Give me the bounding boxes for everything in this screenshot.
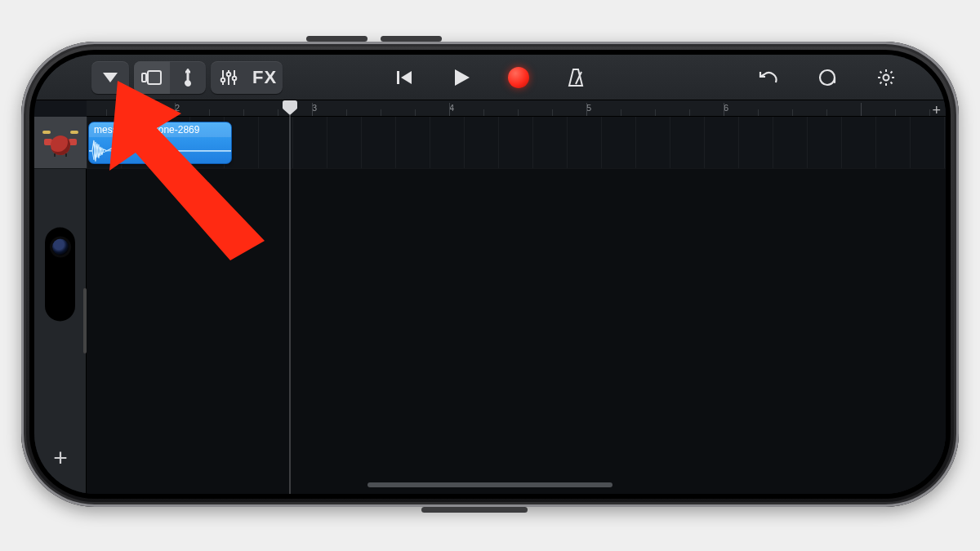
ruler-tick <box>415 109 416 116</box>
ruler-tick <box>483 109 484 116</box>
fx-button[interactable]: FX <box>247 61 283 94</box>
svg-marker-0 <box>103 73 118 82</box>
play-button[interactable] <box>445 61 478 94</box>
go-to-beginning-button[interactable] <box>388 61 421 94</box>
ruler-tick <box>312 103 313 116</box>
controls-segment: FX <box>211 61 283 94</box>
ruler-tick <box>106 109 107 116</box>
add-section-button[interactable]: + <box>932 102 941 119</box>
transport-controls <box>388 55 592 100</box>
track-row: message_ringtone-2869 <box>34 117 946 169</box>
phone-frame: FX <box>21 42 959 507</box>
ruler-tick <box>758 109 759 116</box>
undo-button[interactable] <box>750 61 787 94</box>
drums-instrument-icon <box>42 131 78 155</box>
view-mode-segment <box>134 61 206 94</box>
record-button[interactable] <box>502 61 535 94</box>
tracks-view-button[interactable] <box>134 61 170 94</box>
volume-up-hw-button <box>306 36 368 42</box>
top-toolbar: FX <box>34 55 946 100</box>
right-toolbar-group <box>750 61 916 94</box>
svg-rect-2 <box>148 71 161 84</box>
sidebar-scroll-indicator <box>83 288 87 353</box>
dynamic-island <box>45 228 75 322</box>
app-screen: FX <box>34 55 946 494</box>
fx-label: FX <box>252 67 277 88</box>
svg-point-9 <box>233 76 237 80</box>
add-track-button[interactable]: + <box>34 437 87 479</box>
svg-marker-11 <box>401 71 412 84</box>
ruler-tick <box>381 109 381 116</box>
svg-rect-1 <box>142 73 146 82</box>
ruler-tick <box>621 109 621 116</box>
region-name-label: message_ringtone-2869 <box>89 122 231 137</box>
ruler-tick <box>861 103 862 116</box>
svg-point-14 <box>820 70 835 85</box>
svg-marker-12 <box>455 69 470 86</box>
playhead-line <box>289 115 291 494</box>
svg-point-15 <box>884 74 889 80</box>
ruler-tick <box>552 109 553 116</box>
ruler-tick <box>518 109 519 116</box>
loop-browser-button[interactable] <box>808 61 846 94</box>
ruler-tick <box>655 109 656 116</box>
track-header[interactable] <box>34 117 87 169</box>
ruler-tick <box>895 109 896 116</box>
instrument-view-button[interactable] <box>170 61 206 94</box>
ruler-tick <box>243 109 244 116</box>
waveform-icon <box>89 137 231 164</box>
phone-bezel: FX <box>29 50 951 499</box>
tracks-area: + message_ringtone-2869 <box>34 117 946 494</box>
ruler-tick <box>724 103 724 116</box>
svg-rect-10 <box>397 71 399 84</box>
side-hw-button <box>421 507 528 513</box>
ruler-tick <box>449 103 450 116</box>
ruler-tick <box>826 109 827 116</box>
ruler-tick <box>689 109 690 116</box>
ruler-tick <box>929 109 930 116</box>
audio-region[interactable]: message_ringtone-2869 <box>88 122 232 164</box>
ruler-tick <box>175 103 176 116</box>
ruler-tick <box>140 109 141 116</box>
home-indicator[interactable] <box>368 482 612 487</box>
svg-point-7 <box>227 72 231 76</box>
volume-down-hw-button <box>381 36 442 42</box>
ruler-tick <box>209 109 210 116</box>
metronome-button[interactable] <box>559 61 592 94</box>
svg-point-5 <box>221 78 225 82</box>
my-songs-button[interactable] <box>91 61 129 94</box>
timeline-ruler[interactable]: 2 3 4 5 6 <box>87 100 946 117</box>
record-icon <box>508 67 529 88</box>
track-controls-button[interactable] <box>211 61 247 94</box>
ruler-tick <box>278 109 278 116</box>
front-camera <box>52 239 69 256</box>
ruler-tick <box>792 109 793 116</box>
track-lane[interactable]: message_ringtone-2869 <box>87 117 946 169</box>
settings-button[interactable] <box>867 61 905 94</box>
ruler-tick <box>586 103 587 116</box>
ruler-tick <box>346 109 347 116</box>
